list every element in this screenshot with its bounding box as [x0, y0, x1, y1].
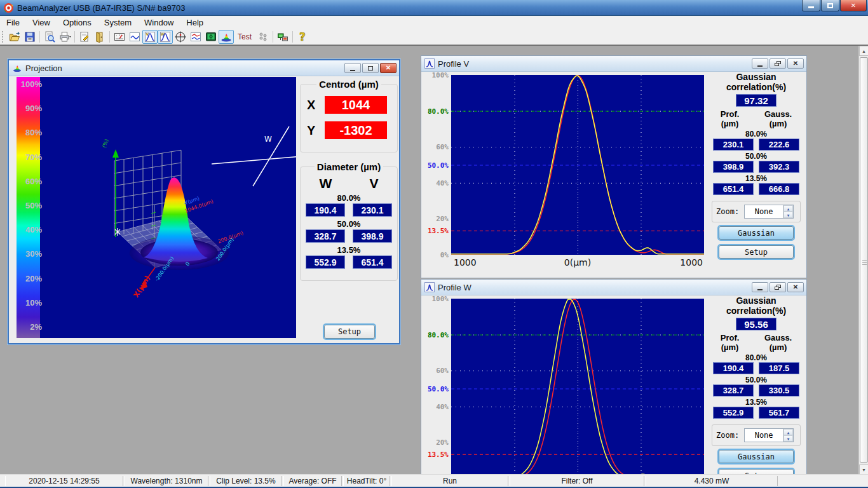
prof-50: 328.7	[713, 384, 754, 396]
scrollbar-thumb[interactable]	[860, 57, 868, 463]
status-cell-7: 4.430 mW	[646, 476, 778, 486]
colorbar-label: 50%	[17, 201, 42, 210]
gauss-col-header: Gauss.	[764, 333, 792, 342]
projection-window-title: Projection	[25, 64, 62, 73]
profile-w-minimize-button[interactable]	[752, 282, 768, 292]
pct-80: 80.0%	[708, 130, 804, 139]
minimize-button[interactable]	[802, 0, 820, 11]
gauss-80: 187.5	[759, 362, 799, 374]
projection-title-bar[interactable]: Projection ✕	[9, 60, 399, 76]
crosshair-icon	[174, 30, 187, 43]
profile-w-setup-button[interactable]: Setup	[719, 469, 794, 474]
save-button[interactable]	[22, 30, 37, 44]
diameter-row-13: 552.9 651.4	[301, 255, 397, 269]
menu-options[interactable]: Options	[57, 17, 98, 29]
test-button[interactable]: Test	[234, 30, 255, 44]
open-button[interactable]	[7, 30, 22, 44]
close-button[interactable]: ✕	[840, 0, 867, 11]
centering-button[interactable]	[173, 30, 188, 44]
trend-chart-button[interactable]	[127, 30, 142, 44]
projection-setup-button[interactable]: Setup	[324, 325, 375, 339]
toolbar-grip[interactable]	[2, 31, 5, 43]
projection-close-button[interactable]: ✕	[380, 63, 397, 73]
alignment-chart-icon	[189, 30, 202, 43]
open-folder-icon	[8, 30, 21, 43]
status-cell-3: Average: OFF	[283, 476, 342, 486]
projection-maximize-button[interactable]	[362, 63, 379, 73]
menu-file[interactable]: File	[0, 17, 26, 29]
print-button[interactable]	[57, 30, 72, 44]
centroid-y-label: Y	[307, 123, 325, 138]
devices-button[interactable]	[275, 30, 290, 44]
mdi-workspace: Projection ✕	[0, 45, 868, 474]
menu-help[interactable]: Help	[180, 17, 210, 29]
colorbar-label: 80%	[17, 128, 42, 137]
diameter-v-50: 398.9	[353, 229, 392, 243]
test-label: Test	[235, 32, 254, 41]
colorbar-label: 20%	[17, 274, 42, 283]
profile-v-minimize-button[interactable]	[752, 58, 768, 69]
y-axis-label: 60%	[436, 143, 449, 151]
menu-window[interactable]: Window	[138, 17, 180, 29]
diameter-row-50: 328.7 398.9	[301, 229, 397, 243]
trend-chart-icon	[128, 30, 141, 43]
properties-button[interactable]	[77, 30, 92, 44]
correlation-title-line2: correlation(%)	[708, 82, 804, 92]
app-title-bar[interactable]: BeamAnalyzer USB (BA7-IR3E) S/N# ba9703 …	[0, 0, 868, 16]
pct-80: 80.0%	[708, 353, 804, 362]
profile-w-gaussian-button[interactable]: Gaussian	[719, 450, 794, 463]
profile-v-side-panel: Gaussian correlation(%) 97.32 Prof.(µm) …	[708, 72, 804, 279]
diameter-w-80: 190.4	[306, 203, 345, 217]
profile-v-restore-button[interactable]	[770, 58, 786, 69]
maximize-button[interactable]	[821, 0, 839, 11]
y-axis-label: 100%	[432, 71, 449, 79]
diameter-col-w: W	[320, 176, 332, 191]
power-meter-button[interactable]	[112, 30, 127, 44]
profile-v-setup-button[interactable]: Setup	[719, 245, 794, 259]
print-preview-button[interactable]	[42, 30, 57, 44]
row-13: 651.4 666.8	[708, 183, 804, 195]
mdi-vertical-scrollbar[interactable]: ▲ ▼	[858, 46, 868, 474]
scroll-up-button[interactable]: ▲	[859, 46, 868, 56]
profile-v-gaussian-button[interactable]: Gaussian	[719, 226, 794, 240]
exit-button[interactable]	[92, 30, 107, 44]
scroll-down-button[interactable]: ▼	[859, 464, 868, 474]
profile-v-title-bar[interactable]: Profile V ✕	[421, 56, 806, 72]
prof-col-header: Prof.	[721, 109, 740, 119]
projection-3d-plot: (%) X(µm) W V -200.0(µm) 0 200.0(µm) -Y(…	[17, 77, 296, 338]
zoom-up-arrow[interactable]: ▲	[783, 429, 793, 435]
alignment-button[interactable]	[188, 30, 203, 44]
properties-icon	[78, 30, 91, 43]
menu-system[interactable]: System	[98, 17, 138, 29]
print-icon	[58, 30, 71, 43]
profile-w-toggle-button[interactable]: W	[158, 30, 173, 44]
profile-w-close-button[interactable]: ✕	[787, 282, 804, 292]
profile-v-toggle-button[interactable]: V	[142, 30, 158, 44]
y-axis-label: 13.5%	[428, 227, 449, 235]
colorbar-label: 60%	[17, 177, 42, 186]
profile-w-restore-button[interactable]	[770, 282, 786, 292]
zoom-down-arrow[interactable]: ▼	[783, 435, 793, 442]
centroid-group-title: Centrod (µm)	[316, 79, 381, 90]
profile-v-y-axis: 100%80.0%60%50.0%40%20%13.5%0%	[421, 75, 451, 256]
display-button[interactable]	[203, 30, 219, 44]
pct-50: 50.0%	[708, 152, 804, 161]
gauss-13: 561.7	[759, 407, 799, 419]
row-80: 230.1 222.6	[708, 139, 804, 151]
pct-13: 13.5%	[708, 174, 804, 183]
projection-3d-toggle-button[interactable]	[219, 30, 234, 44]
pattern-button[interactable]	[255, 30, 271, 44]
zoom-spinner[interactable]: None ▲▼	[744, 205, 794, 219]
profile-v-close-button[interactable]: ✕	[787, 58, 804, 69]
zoom-up-arrow[interactable]: ▲	[783, 205, 793, 212]
help-button[interactable]: ?	[295, 30, 310, 44]
centroid-group: Centrod (µm) X 1044 Y -1302	[300, 84, 398, 152]
zoom-down-arrow[interactable]: ▼	[783, 212, 793, 218]
menu-view[interactable]: View	[26, 17, 57, 29]
beam-3d-surface: (%) X(µm) W V -200.0(µm) 0 200.0(µm) -Y(…	[17, 77, 296, 338]
profile-w-title-bar[interactable]: Profile W ✕	[421, 280, 806, 295]
zoom-spinner[interactable]: None ▲▼	[744, 428, 794, 442]
status-cell-5: Run	[391, 476, 508, 486]
projection-minimize-button[interactable]	[344, 63, 361, 73]
intensity-axis-arrow	[112, 149, 119, 158]
